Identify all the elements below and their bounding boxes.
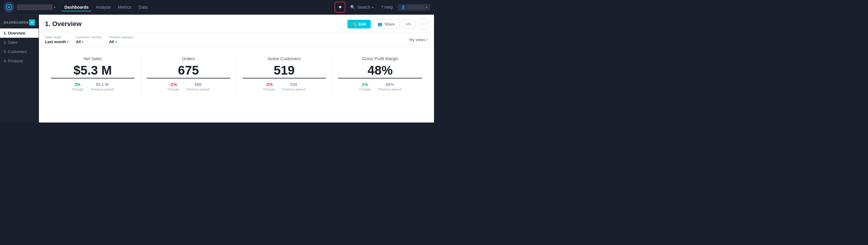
orders-change: -2% Change [167,82,179,91]
metrics-grid: Net Sales $5.3 M 3% Change $5.1 M Previo… [39,47,434,99]
date-range-chevron-icon: ▾ [67,40,69,43]
active-customers-change: -2% Change [263,82,275,91]
sidebar-item-overview[interactable]: 1. Overview [0,28,39,38]
code-label: </> [406,22,411,26]
search-label: Search [357,5,370,9]
date-range-label: Date range [45,35,69,39]
product-category-chevron-icon: ▾ [115,40,117,43]
gross-profit-change-label: Change [359,88,371,91]
user-menu-button[interactable]: 👤 ▾ [398,4,430,11]
gross-profit-value: 48% [338,64,422,79]
metric-active-customers: Active Customers 519 -2% Change 528 Prev… [237,53,333,96]
top-navigation: ▾ Dashboards Analyze Metrics Data ✦ 🔍 Se… [0,0,434,15]
share-label: Share [384,22,395,26]
page-title: 1. Overview [45,20,82,28]
sidebar-header: DASHBOARDS + [0,18,39,28]
metric-net-sales: Net Sales $5.3 M 3% Change $5.1 M Previo… [45,53,141,96]
header-actions: ✏️ Edit 👥 Share </> ··· [347,19,428,29]
customer-country-filter[interactable]: Customer country All ▾ [76,35,102,44]
product-category-text: All [109,39,114,44]
date-range-value[interactable]: Last month ▾ [45,39,69,44]
search-icon: 🔍 [350,5,355,9]
sidebar-title: DASHBOARDS [4,21,29,24]
net-sales-sub: 3% Change $5.1 M Previous period [71,82,114,92]
gross-profit-prev-label: Previous period [378,88,401,91]
share-button[interactable]: 👥 Share [373,20,399,29]
sidebar: DASHBOARDS + 1. Overview 2. Sales 3. Cus… [0,15,39,123]
gross-profit-change-value: 1% [362,82,368,87]
nav-right-actions: ✦ 🔍 Search ▾ ? Help 👤 ▾ [335,2,430,12]
nav-metrics[interactable]: Metrics [115,3,134,11]
net-sales-label: Net Sales [84,56,102,61]
user-name [407,5,425,9]
net-sales-change-value: 3% [74,82,81,87]
net-sales-change: 3% Change [71,82,83,91]
net-sales-prev-label: Previous period [91,88,114,91]
active-customers-label: Active Customers [268,56,301,61]
active-customers-prev-value: 528 [290,82,297,87]
help-button[interactable]: ? Help [378,4,395,11]
nav-analyze[interactable]: Analyze [93,3,114,11]
net-sales-divider [87,83,87,92]
gross-profit-label: Gross Profit Margin [362,56,398,61]
ai-button[interactable]: ✦ [335,2,345,12]
brand-name [17,4,53,10]
main-header: 1. Overview ✏️ Edit 👥 Share </> ··· [39,15,434,32]
orders-change-label: Change [167,88,179,91]
my-views-button[interactable]: My views ▾ [409,37,428,42]
nav-dashboards[interactable]: Dashboards [61,3,92,11]
date-range-text: Last month [45,39,66,44]
active-customers-prev-label: Previous period [282,88,305,91]
gross-profit-sub: 1% Change 48% Previous period [359,82,401,92]
gross-profit-prev-value: 48% [385,82,394,87]
user-chevron-icon: ▾ [426,6,427,9]
share-icon: 👥 [378,22,382,26]
customer-country-chevron-icon: ▾ [82,40,84,43]
active-customers-divider [278,83,279,92]
nav-data[interactable]: Data [136,3,151,11]
orders-divider [183,83,183,92]
help-circle-icon: ? [381,5,383,9]
my-views-label: My views [409,37,425,42]
sidebar-item-products[interactable]: 4. Products [0,56,39,66]
active-customers-change-value: -2% [266,82,273,87]
sidebar-item-customers[interactable]: 3. Customers [0,47,39,56]
product-category-label: Product category [109,35,134,39]
edit-label: Edit [359,22,366,26]
orders-sub: -2% Change 688 Previous period [167,82,209,92]
more-button[interactable]: ··· [417,19,428,29]
metric-orders: Orders 675 -2% Change 688 Previous perio… [141,53,237,96]
my-views-chevron-icon: ▾ [427,38,428,41]
metric-gross-profit: Gross Profit Margin 48% 1% Change 48% Pr… [332,53,428,96]
filters-bar: Date range Last month ▾ Customer country… [39,32,434,47]
sidebar-add-button[interactable]: + [29,20,35,26]
brand-chevron-icon: ▾ [54,6,55,9]
orders-label: Orders [182,56,195,61]
help-label: Help [384,5,393,9]
app-logo[interactable] [4,2,14,12]
orders-prev-label: Previous period [187,88,209,91]
date-range-filter[interactable]: Date range Last month ▾ [45,35,69,44]
active-customers-sub: -2% Change 528 Previous period [263,82,305,92]
user-icon: 👤 [401,5,406,9]
net-sales-prev: $5.1 M Previous period [91,82,114,91]
gross-profit-prev: 48% Previous period [378,82,401,91]
gross-profit-divider [374,83,375,92]
orders-value: 675 [147,64,230,79]
product-category-filter[interactable]: Product category All ▾ [109,35,134,44]
active-customers-prev: 528 Previous period [282,82,305,91]
edit-button[interactable]: ✏️ Edit [347,20,371,28]
customer-country-value[interactable]: All ▾ [76,39,102,44]
more-label: ··· [421,21,425,27]
code-button[interactable]: </> [402,20,415,29]
sidebar-item-sales[interactable]: 2. Sales [0,38,39,47]
search-button[interactable]: 🔍 Search ▾ [348,4,376,11]
brand-area[interactable]: ▾ [17,4,55,10]
orders-prev: 688 Previous period [187,82,209,91]
net-sales-value: $5.3 M [51,64,134,79]
product-category-value[interactable]: All ▾ [109,39,134,44]
customer-country-label: Customer country [76,35,102,39]
main-content: 1. Overview ✏️ Edit 👥 Share </> ··· [39,15,434,123]
net-sales-prev-value: $5.1 M [96,82,109,87]
orders-change-value: -2% [169,82,177,87]
